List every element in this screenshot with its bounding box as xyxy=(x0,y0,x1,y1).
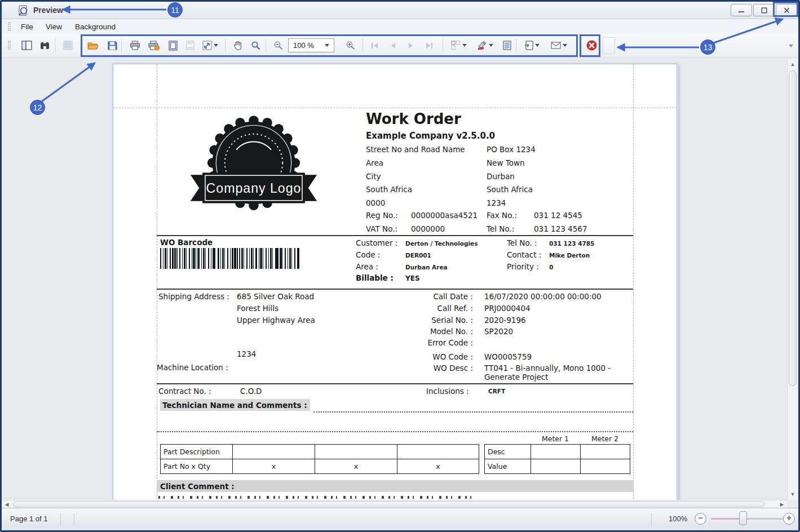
contract-value: C.O.D xyxy=(240,387,262,396)
menu-file[interactable]: File xyxy=(17,21,37,32)
menu-background[interactable]: Background xyxy=(72,21,119,32)
menubar-grip[interactable] xyxy=(8,22,11,31)
close-window-button[interactable] xyxy=(776,4,797,16)
document-map-button[interactable] xyxy=(19,36,34,55)
minimize-button[interactable] xyxy=(731,4,752,16)
left-margin-guide xyxy=(157,64,157,502)
toolbar-separator xyxy=(121,39,122,52)
parts-cell: x xyxy=(397,459,479,474)
horizontal-scroll-thumb[interactable] xyxy=(13,501,764,507)
divider-2 xyxy=(157,289,633,290)
zoom-input[interactable] xyxy=(289,41,321,50)
toolbar-blank-button xyxy=(603,37,615,54)
page-indicator: Page 1 of 1 xyxy=(10,515,48,523)
wo-code-value: WO0005759 xyxy=(484,352,532,361)
close-preview-button[interactable] xyxy=(584,36,599,55)
parts-cell xyxy=(315,445,397,459)
scale-dropdown-caret[interactable] xyxy=(214,44,218,47)
logo-text: Company Logo xyxy=(206,181,302,196)
priority-value: 0 xyxy=(549,264,553,271)
zoom-slider-thumb[interactable] xyxy=(739,511,747,525)
wo-code-label: WO Code : xyxy=(405,352,473,361)
client-comment-label: Client Comment : xyxy=(160,482,235,491)
scroll-down-arrow[interactable]: ▼ xyxy=(789,490,797,498)
addr-right-2: New Town xyxy=(487,158,525,167)
code-label: Code : xyxy=(356,250,380,259)
magnifier-button[interactable] xyxy=(247,36,263,55)
vertical-scroll-thumb[interactable] xyxy=(789,70,797,386)
send-email-button[interactable] xyxy=(546,36,571,55)
scroll-left-arrow[interactable]: ◀ xyxy=(3,500,11,508)
parts-cell: x xyxy=(315,459,397,474)
zoom-in-status-button[interactable]: + xyxy=(783,513,795,525)
search-button[interactable] xyxy=(37,36,52,55)
toolbar-separator xyxy=(225,39,226,52)
serial-label: Serial No. : xyxy=(405,316,473,325)
page-color-caret[interactable] xyxy=(489,44,493,47)
call-date-value: 16/07/2020 00:00:00 00:00:00 xyxy=(484,292,602,301)
customer-value: Derton / Technologies xyxy=(405,240,478,247)
fax-label: Fax No.: xyxy=(487,211,517,220)
open-button[interactable] xyxy=(85,36,101,55)
export-document-button[interactable] xyxy=(519,36,544,55)
zoom-combobox[interactable] xyxy=(288,38,334,52)
header-footer-button xyxy=(182,36,198,55)
technician-label: Technician Name and Comments : xyxy=(162,401,307,410)
priority-label: Priority : xyxy=(507,262,539,271)
preview-canvas[interactable]: Company Logo Work Order Example Company … xyxy=(2,57,798,508)
dotted-line-1 xyxy=(313,411,633,413)
first-page-button xyxy=(367,36,383,55)
maximize-button[interactable] xyxy=(753,4,775,16)
zoom-track-right[interactable] xyxy=(744,518,783,520)
email-dropdown-caret[interactable] xyxy=(563,44,567,47)
vertical-scrollbar[interactable]: ▲ ▼ xyxy=(787,59,798,500)
zoom-in-button[interactable] xyxy=(342,36,358,55)
doc-company: Example Company v2.5.0.0 xyxy=(366,131,495,141)
export-dropdown-caret[interactable] xyxy=(535,44,540,47)
shipping-line1: 685 Silver Oak Road xyxy=(237,292,314,301)
parts-cell: Part No x Qty xyxy=(161,459,233,474)
menu-view[interactable]: View xyxy=(42,21,65,32)
scroll-up-arrow[interactable]: ▲ xyxy=(789,60,797,68)
call-ref-label: Call Ref. : xyxy=(405,304,473,313)
annotation-callout-12: 12 xyxy=(30,100,45,115)
quick-print-button[interactable] xyxy=(146,36,162,55)
toolbar-overflow-button[interactable] xyxy=(786,37,795,54)
wo-desc-value: TT041 - Bi-annually, Mono 1000 - xyxy=(484,363,611,373)
scale-button[interactable] xyxy=(199,36,222,55)
toolbar-separator xyxy=(55,39,56,52)
billable-value: YES xyxy=(405,274,420,282)
print-button[interactable] xyxy=(127,36,143,55)
shipping-line2: Forest Hills xyxy=(237,304,279,313)
meter-cell xyxy=(531,445,581,459)
zoom-out-status-button[interactable]: − xyxy=(695,513,706,525)
hand-tool-button[interactable] xyxy=(229,36,245,55)
doc-title: Work Order xyxy=(366,110,461,127)
save-button[interactable] xyxy=(104,36,120,55)
page-color-button[interactable] xyxy=(473,36,497,55)
preview-window: Preview File View Background xyxy=(0,0,800,532)
clipped-text-line xyxy=(158,496,477,499)
zoom-combo-caret[interactable] xyxy=(325,44,329,47)
multiple-pages-caret[interactable] xyxy=(462,44,467,47)
scroll-right-arrow[interactable]: ▶ xyxy=(778,500,786,508)
tel2-value: 031 123 4785 xyxy=(549,240,594,247)
previous-page-button xyxy=(385,36,401,55)
parts-table: Part Description Part No x Qty x x x xyxy=(160,444,479,474)
barcode-label: WO Barcode xyxy=(160,238,213,247)
horizontal-scrollbar[interactable]: ◀ ▶ xyxy=(2,500,787,508)
shipping-line3: Upper Highway Area xyxy=(237,316,315,325)
call-ref-value: PRJ0000404 xyxy=(484,304,531,313)
model-label: Model No. : xyxy=(405,327,473,336)
watermark-button[interactable] xyxy=(499,36,515,55)
page-setup-button[interactable] xyxy=(165,36,181,55)
zoom-out-button[interactable] xyxy=(270,36,286,55)
parts-cell xyxy=(233,445,315,459)
error-code-label: Error Code : xyxy=(405,338,473,347)
toolbar-grip[interactable] xyxy=(8,41,11,50)
multiple-pages-button[interactable] xyxy=(447,36,471,55)
area-value: Durban Area xyxy=(405,264,448,271)
meter-cell xyxy=(581,459,630,474)
vat-value: 0000000 xyxy=(411,224,445,233)
company-logo: Company Logo xyxy=(188,114,319,213)
